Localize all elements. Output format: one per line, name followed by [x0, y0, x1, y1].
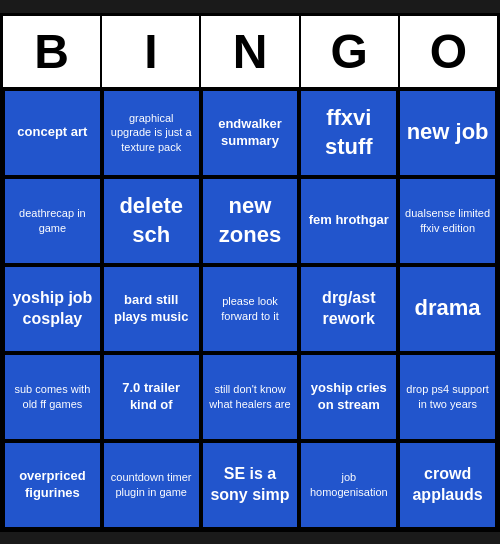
bingo-cell: crowd applauds: [398, 441, 497, 529]
header-letter: B: [3, 16, 102, 87]
bingo-cell: drop ps4 support in two years: [398, 353, 497, 441]
bingo-cell: concept art: [3, 89, 102, 177]
bingo-cell: 7.0 trailer kind of: [102, 353, 201, 441]
bingo-cell: dualsense limited ffxiv edition: [398, 177, 497, 265]
bingo-cell: sub comes with old ff games: [3, 353, 102, 441]
bingo-cell: new job: [398, 89, 497, 177]
bingo-header: BINGO: [3, 16, 497, 87]
bingo-cell: new zones: [201, 177, 300, 265]
header-letter: O: [400, 16, 497, 87]
bingo-cell: SE is a sony simp: [201, 441, 300, 529]
bingo-cell: bard still plays music: [102, 265, 201, 353]
header-letter: I: [102, 16, 201, 87]
bingo-grid: concept artgraphical upgrade is just a t…: [3, 87, 497, 529]
bingo-cell: drama: [398, 265, 497, 353]
bingo-cell: please look forward to it: [201, 265, 300, 353]
bingo-card: BINGO concept artgraphical upgrade is ju…: [0, 13, 500, 532]
header-letter: G: [301, 16, 400, 87]
bingo-cell: endwalker summary: [201, 89, 300, 177]
bingo-cell: still don't know what healers are: [201, 353, 300, 441]
bingo-cell: deathrecap in game: [3, 177, 102, 265]
bingo-cell: ffxvi stuff: [299, 89, 398, 177]
bingo-cell: delete sch: [102, 177, 201, 265]
bingo-cell: job homogenisation: [299, 441, 398, 529]
bingo-cell: yoship cries on stream: [299, 353, 398, 441]
bingo-cell: yoship job cosplay: [3, 265, 102, 353]
bingo-cell: overpriced figurines: [3, 441, 102, 529]
bingo-cell: drg/ast rework: [299, 265, 398, 353]
bingo-cell: countdown timer plugin in game: [102, 441, 201, 529]
bingo-cell: fem hrothgar: [299, 177, 398, 265]
bingo-cell: graphical upgrade is just a texture pack: [102, 89, 201, 177]
header-letter: N: [201, 16, 300, 87]
